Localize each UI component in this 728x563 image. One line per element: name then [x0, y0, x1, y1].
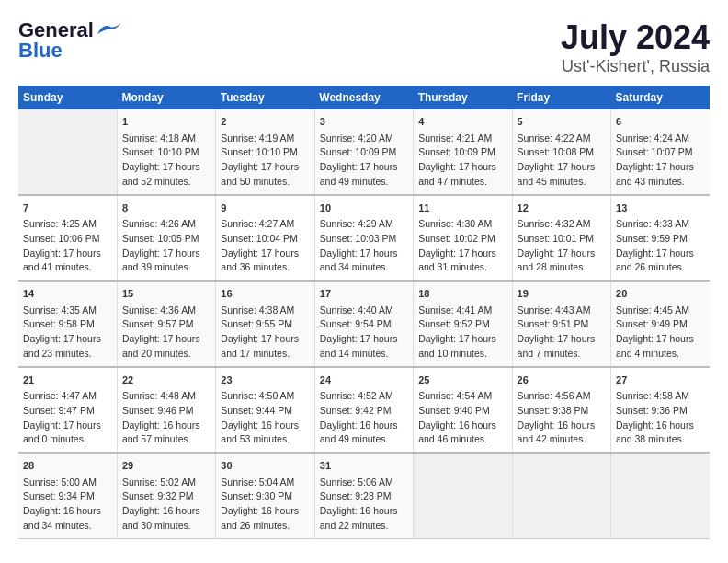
- title-block: July 2024 Ust'-Kishert', Russia: [561, 18, 710, 76]
- day-number: 7: [23, 201, 112, 216]
- day-info: and 41 minutes.: [23, 260, 112, 275]
- day-number: 25: [418, 373, 506, 388]
- day-number: 28: [23, 458, 112, 474]
- calendar-cell: 1Sunrise: 4:18 AMSunset: 10:10 PMDayligh…: [117, 109, 215, 195]
- day-info: and 22 minutes.: [320, 519, 408, 534]
- day-info: and 43 minutes.: [616, 175, 705, 190]
- day-info: Daylight: 17 hours: [23, 247, 112, 261]
- day-info: Sunrise: 4:56 AM: [518, 389, 606, 404]
- day-info: Sunset: 10:09 PM: [320, 145, 408, 160]
- calendar-cell: 11Sunrise: 4:30 AMSunset: 10:02 PMDaylig…: [414, 195, 512, 282]
- header-wednesday: Wednesday: [314, 86, 413, 109]
- day-info: Daylight: 16 hours: [518, 419, 606, 433]
- day-info: Daylight: 16 hours: [23, 504, 112, 519]
- day-info: Sunset: 10:06 PM: [23, 232, 112, 247]
- day-info: Sunset: 10:10 PM: [221, 145, 309, 160]
- day-number: 11: [418, 201, 506, 216]
- calendar-cell: 30Sunrise: 5:04 AMSunset: 9:30 PMDayligh…: [216, 453, 314, 538]
- calendar-cell: 7Sunrise: 4:25 AMSunset: 10:06 PMDayligh…: [18, 195, 117, 282]
- day-info: Sunrise: 4:48 AM: [122, 389, 210, 404]
- day-number: 22: [122, 373, 210, 388]
- day-info: Daylight: 17 hours: [320, 160, 408, 175]
- day-info: and 45 minutes.: [518, 175, 606, 190]
- day-info: Daylight: 17 hours: [221, 247, 309, 261]
- day-info: Sunrise: 4:18 AM: [122, 132, 210, 146]
- day-info: and 17 minutes.: [221, 347, 309, 362]
- calendar-week-row: 28Sunrise: 5:00 AMSunset: 9:34 PMDayligh…: [18, 453, 710, 538]
- day-info: Sunset: 9:52 PM: [418, 317, 506, 332]
- day-info: Sunrise: 4:41 AM: [418, 304, 506, 318]
- day-info: Daylight: 17 hours: [518, 332, 606, 347]
- day-number: 27: [616, 373, 705, 388]
- day-number: 3: [320, 114, 408, 130]
- calendar-cell: 2Sunrise: 4:19 AMSunset: 10:10 PMDayligh…: [216, 109, 314, 195]
- day-info: and 42 minutes.: [518, 432, 606, 447]
- day-info: Sunset: 9:55 PM: [221, 317, 309, 332]
- day-info: Daylight: 16 hours: [320, 419, 408, 433]
- day-number: 17: [320, 286, 408, 302]
- day-number: 23: [221, 373, 309, 388]
- day-info: Daylight: 17 hours: [122, 160, 210, 175]
- day-info: and 46 minutes.: [418, 432, 506, 447]
- day-info: Sunset: 10:03 PM: [320, 232, 408, 247]
- day-info: Sunset: 9:36 PM: [616, 404, 705, 419]
- day-info: Daylight: 16 hours: [418, 419, 506, 433]
- day-info: Sunset: 9:44 PM: [221, 404, 309, 419]
- calendar-cell: 17Sunrise: 4:40 AMSunset: 9:54 PMDayligh…: [314, 281, 413, 367]
- calendar-cell: 12Sunrise: 4:32 AMSunset: 10:01 PMDaylig…: [512, 195, 610, 282]
- logo-blue-text: Blue: [18, 39, 63, 63]
- calendar-cell: 28Sunrise: 5:00 AMSunset: 9:34 PMDayligh…: [18, 453, 117, 538]
- day-number: 16: [221, 286, 309, 302]
- day-info: Daylight: 16 hours: [221, 419, 309, 433]
- day-number: 9: [221, 201, 309, 216]
- day-info: Sunset: 9:46 PM: [122, 404, 210, 419]
- day-number: 18: [418, 286, 506, 302]
- day-info: and 10 minutes.: [418, 347, 506, 362]
- day-info: Sunrise: 4:30 AM: [418, 217, 506, 232]
- calendar-cell: 25Sunrise: 4:54 AMSunset: 9:40 PMDayligh…: [414, 367, 512, 454]
- day-info: Sunset: 9:28 PM: [320, 489, 408, 504]
- day-info: Sunset: 9:59 PM: [616, 232, 705, 247]
- day-info: Sunset: 10:08 PM: [518, 145, 606, 160]
- day-info: Sunrise: 4:26 AM: [122, 217, 210, 232]
- day-info: Daylight: 17 hours: [418, 332, 506, 347]
- calendar-cell: 14Sunrise: 4:35 AMSunset: 9:58 PMDayligh…: [18, 281, 117, 367]
- day-info: Sunset: 9:42 PM: [320, 404, 408, 419]
- day-info: and 53 minutes.: [221, 432, 309, 447]
- day-info: Sunrise: 4:50 AM: [221, 389, 309, 404]
- day-info: Sunset: 9:51 PM: [518, 317, 606, 332]
- day-info: Sunrise: 4:32 AM: [518, 217, 606, 232]
- day-number: 2: [221, 114, 309, 130]
- calendar-cell: 16Sunrise: 4:38 AMSunset: 9:55 PMDayligh…: [216, 281, 314, 367]
- day-info: Sunset: 10:01 PM: [518, 232, 606, 247]
- calendar-cell: 10Sunrise: 4:29 AMSunset: 10:03 PMDaylig…: [314, 195, 413, 282]
- calendar-cell: 22Sunrise: 4:48 AMSunset: 9:46 PMDayligh…: [117, 367, 215, 454]
- day-info: and 38 minutes.: [616, 432, 705, 447]
- day-number: 8: [122, 201, 210, 216]
- day-info: Sunset: 9:54 PM: [320, 317, 408, 332]
- day-info: and 23 minutes.: [23, 347, 112, 362]
- day-info: Daylight: 17 hours: [221, 332, 309, 347]
- calendar-week-row: 7Sunrise: 4:25 AMSunset: 10:06 PMDayligh…: [18, 195, 710, 282]
- day-info: and 50 minutes.: [221, 175, 309, 190]
- day-number: 24: [320, 373, 408, 388]
- calendar-cell: [18, 109, 117, 195]
- day-info: Sunrise: 5:00 AM: [23, 476, 112, 490]
- calendar-cell: [512, 453, 610, 538]
- day-number: 15: [122, 286, 210, 302]
- calendar-cell: 8Sunrise: 4:26 AMSunset: 10:05 PMDayligh…: [117, 195, 215, 282]
- calendar-cell: 18Sunrise: 4:41 AMSunset: 9:52 PMDayligh…: [414, 281, 512, 367]
- day-info: Daylight: 17 hours: [616, 332, 705, 347]
- page-header: General Blue July 2024 Ust'-Kishert', Ru…: [18, 18, 710, 76]
- day-info: Sunrise: 4:20 AM: [320, 132, 408, 146]
- day-number: 26: [518, 373, 606, 388]
- logo: General Blue: [18, 18, 121, 63]
- day-info: and 7 minutes.: [518, 347, 606, 362]
- day-info: Sunrise: 4:25 AM: [23, 217, 112, 232]
- day-info: and 26 minutes.: [616, 260, 705, 275]
- day-info: and 34 minutes.: [23, 519, 112, 534]
- day-info: Sunrise: 4:52 AM: [320, 389, 408, 404]
- day-info: and 30 minutes.: [122, 519, 210, 534]
- day-number: 19: [518, 286, 606, 302]
- day-number: 1: [122, 114, 210, 130]
